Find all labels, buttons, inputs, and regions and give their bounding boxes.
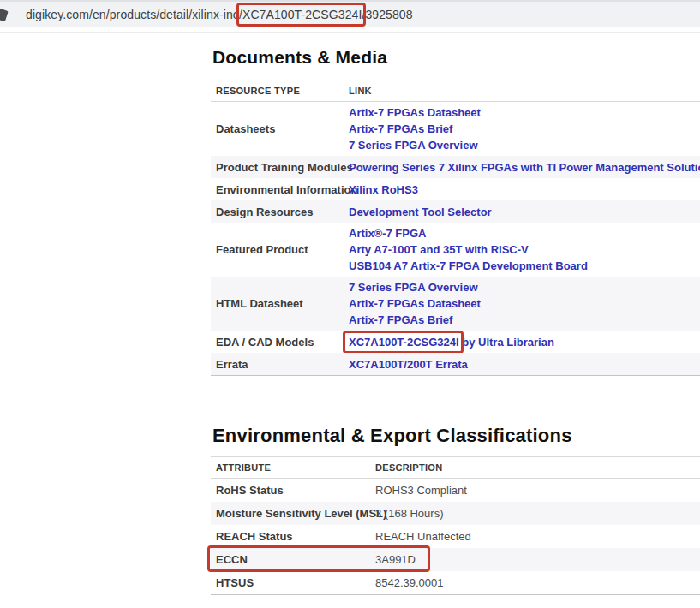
resource-type-label: Errata xyxy=(211,358,349,371)
document-link[interactable]: Artix®-7 FPGA xyxy=(349,225,588,241)
table-row: Product Training ModulesPowering Series … xyxy=(211,156,700,178)
page-content: Documents & Media RESOURCE TYPE LINK Dat… xyxy=(211,32,700,595)
table-row: Environmental InformationXilinx RoHS3 xyxy=(211,178,700,200)
description-value: 3 (168 Hours) xyxy=(375,505,443,522)
document-link[interactable]: Arty A7-100T and 35T with RISC-V xyxy=(349,241,588,258)
table-row: DatasheetsArtix-7 FPGAs DatasheetArtix-7… xyxy=(211,102,700,156)
attribute-label: REACH Status xyxy=(211,530,375,543)
description-value: ROHS3 Compliant xyxy=(375,482,467,498)
link-text[interactable]: by Ultra Librarian xyxy=(459,336,554,349)
column-header-attribute: ATTRIBUTE xyxy=(211,462,375,473)
link-cell: Artix®-7 FPGAArty A7-100T and 35T with R… xyxy=(349,225,588,274)
document-link[interactable]: Powering Series 7 Xilinx FPGAs with TI P… xyxy=(349,159,700,176)
attribute-label: Moisture Sensitivity Level (MSL) xyxy=(211,507,375,520)
link-cell: Development Tool Selector xyxy=(349,204,492,220)
document-link[interactable]: Artix-7 FPGAs Brief xyxy=(349,312,481,328)
url-text[interactable]: digikey.com/en/products/detail/xilinx-in… xyxy=(0,8,413,21)
table-row: REACH StatusREACH Unaffected xyxy=(211,525,700,548)
part-number-annotation[interactable]: XC7A100T-2CSG324I xyxy=(349,336,459,349)
link-cell: 7 Series FPGA OverviewArtix-7 FPGAs Data… xyxy=(349,279,481,328)
url-suffix: /3925808 xyxy=(362,8,412,21)
resource-type-label: Design Resources xyxy=(211,206,349,218)
document-link[interactable]: 7 Series FPGA Overview xyxy=(349,279,481,295)
link-cell: XC7A100T/200T Errata xyxy=(349,356,468,373)
document-link[interactable]: Artix-7 FPGAs Datasheet xyxy=(349,295,481,312)
attribute-label: ECCN xyxy=(211,553,375,566)
document-link[interactable]: Xilinx RoHS3 xyxy=(349,182,418,198)
document-link[interactable]: Artix-7 FPGAs Brief xyxy=(349,121,481,137)
url-highlight-annotation: XC7A100T-2CSG324I xyxy=(242,8,362,21)
table-row: RoHS StatusROHS3 Compliant xyxy=(211,479,700,502)
document-link[interactable]: USB104 A7 Artix-7 FPGA Development Board xyxy=(349,258,588,274)
table-row: Featured ProductArtix®-7 FPGAArty A7-100… xyxy=(211,223,700,277)
document-link[interactable]: Development Tool Selector xyxy=(349,204,492,220)
link-cell: Powering Series 7 Xilinx FPGAs with TI P… xyxy=(349,159,700,176)
resource-type-label: Environmental Information xyxy=(211,183,349,196)
table-row: Moisture Sensitivity Level (MSL)3 (168 H… xyxy=(211,502,700,525)
link-cell: Xilinx RoHS3 xyxy=(349,182,418,198)
document-link[interactable]: Artix-7 FPGAs Datasheet xyxy=(349,104,481,121)
address-bar[interactable]: digikey.com/en/products/detail/xilinx-in… xyxy=(0,0,700,27)
document-link[interactable]: XC7A100T-2CSG324I by Ultra Librarian xyxy=(349,334,554,350)
column-header-resource-type: RESOURCE TYPE xyxy=(211,86,349,96)
attribute-label: HTSUS xyxy=(211,576,375,589)
table-row: EDA / CAD ModelsXC7A100T-2CSG324I by Ult… xyxy=(211,331,700,353)
table-row: Design ResourcesDevelopment Tool Selecto… xyxy=(211,200,700,223)
attribute-label: RoHS Status xyxy=(211,484,375,497)
description-value: 8542.39.0001 xyxy=(375,575,444,591)
link-cell: Artix-7 FPGAs DatasheetArtix-7 FPGAs Bri… xyxy=(349,104,481,153)
description-value: REACH Unaffected xyxy=(375,528,471,545)
column-header-description: DESCRIPTION xyxy=(375,462,442,473)
resource-type-label: EDA / CAD Models xyxy=(211,336,349,349)
documents-media-table: RESOURCE TYPE LINK DatasheetsArtix-7 FPG… xyxy=(211,80,700,376)
column-header-link: LINK xyxy=(349,86,372,96)
document-link[interactable]: XC7A100T/200T Errata xyxy=(349,356,468,373)
environmental-export-table: ATTRIBUTE DESCRIPTION RoHS StatusROHS3 C… xyxy=(211,456,700,595)
table-row: ECCN3A991D xyxy=(211,548,700,571)
url-part-number: XC7A100T-2CSG324I xyxy=(242,8,362,21)
resource-type-label: Datasheets xyxy=(211,122,349,135)
table-row: HTML Datasheet7 Series FPGA OverviewArti… xyxy=(211,277,700,331)
resource-type-label: HTML Datasheet xyxy=(211,297,349,310)
documents-media-table-header: RESOURCE TYPE LINK xyxy=(211,80,700,102)
resource-type-label: Product Training Modules xyxy=(211,161,349,174)
url-prefix: digikey.com/en/products/detail/xilinx-in… xyxy=(26,8,242,21)
resource-type-label: Featured Product xyxy=(211,243,349,256)
environmental-export-table-header: ATTRIBUTE DESCRIPTION xyxy=(211,457,700,479)
documents-media-title: Documents & Media xyxy=(212,46,700,68)
table-row: ErrataXC7A100T/200T Errata xyxy=(211,353,700,375)
document-link[interactable]: 7 Series FPGA Overview xyxy=(349,137,481,153)
environmental-export-title: Environmental & Export Classifications xyxy=(212,424,700,448)
link-cell: XC7A100T-2CSG324I by Ultra Librarian xyxy=(349,334,554,350)
table-row: HTSUS8542.39.0001 xyxy=(211,571,700,594)
description-value: 3A991D xyxy=(375,551,416,568)
